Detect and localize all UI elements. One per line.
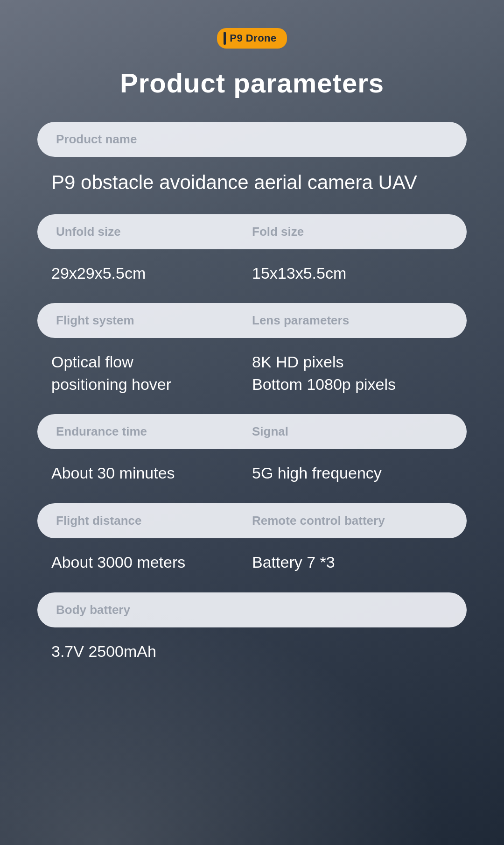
param-header-size: Unfold sizeFold size (37, 214, 467, 249)
param-value-text-body-battery: 3.7V 2500mAh (51, 642, 156, 660)
param-group-flight-remote: Flight distanceRemote control batteryAbo… (37, 503, 467, 588)
param-header-right-flight-remote: Remote control battery (252, 514, 448, 528)
param-value-left-text-flight-remote: About 3000 meters (51, 553, 185, 571)
params-container: Product nameP9 obstacle avoidance aerial… (37, 122, 467, 681)
param-value-left-size: 29x29x5.5cm (51, 262, 252, 285)
param-value-body-battery: 3.7V 2500mAh (37, 636, 467, 677)
param-value-right-text-endurance-signal: 5G high frequency (252, 464, 382, 482)
param-header-right-label-flight-lens: Lens parameters (252, 313, 349, 327)
param-header-right-label-endurance-signal: Signal (252, 424, 288, 438)
param-values-endurance-signal: About 30 minutes5G high frequency (37, 458, 467, 499)
param-value-right-flight-remote: Battery 7 *3 (252, 551, 453, 574)
param-header-flight-lens: Flight systemLens parameters (37, 303, 467, 338)
param-value-left-endurance-signal: About 30 minutes (51, 462, 252, 485)
param-header-left-label-size: Unfold size (56, 225, 121, 239)
param-values-flight-lens: Optical flow positioning hover8K HD pixe… (37, 346, 467, 409)
param-group-flight-lens: Flight systemLens parametersOptical flow… (37, 303, 467, 409)
param-values-flight-remote: About 3000 metersBattery 7 *3 (37, 547, 467, 588)
param-value-left-flight-remote: About 3000 meters (51, 551, 252, 574)
param-header-right-label-flight-remote: Remote control battery (252, 514, 385, 528)
param-value-right-size: 15x13x5.5cm (252, 262, 453, 285)
badge-text: P9 Drone (230, 32, 277, 44)
param-group-size: Unfold sizeFold size29x29x5.5cm15x13x5.5… (37, 214, 467, 299)
param-value-right-flight-lens: 8K HD pixels Bottom 1080p pixels (252, 351, 453, 395)
param-value-right-text-flight-lens: 8K HD pixels Bottom 1080p pixels (252, 353, 396, 393)
param-header-left-flight-remote: Flight distance (56, 514, 252, 528)
product-badge: P9 Drone (217, 28, 287, 49)
param-value-left-text-flight-lens: Optical flow positioning hover (51, 353, 171, 393)
param-header-endurance-signal: Endurance timeSignal (37, 414, 467, 449)
param-header-left-flight-lens: Flight system (56, 313, 252, 328)
param-group-body-battery: Body battery3.7V 2500mAh (37, 592, 467, 677)
param-header-right-label-size: Fold size (252, 225, 304, 239)
param-value-right-text-flight-remote: Battery 7 *3 (252, 553, 335, 571)
param-value-left-flight-lens: Optical flow positioning hover (51, 351, 252, 395)
param-header-left-endurance-signal: Endurance time (56, 424, 252, 439)
badge-bar-icon (224, 32, 226, 45)
param-header-right-endurance-signal: Signal (252, 424, 448, 439)
param-group-endurance-signal: Endurance timeSignalAbout 30 minutes5G h… (37, 414, 467, 499)
param-group-product-name: Product nameP9 obstacle avoidance aerial… (37, 122, 467, 210)
page-title: Product parameters (120, 67, 384, 99)
param-value-right-text-size: 15x13x5.5cm (252, 264, 346, 282)
param-header-product-name: Product name (37, 122, 467, 157)
param-value-product-name: P9 obstacle avoidance aerial camera UAV (37, 165, 467, 210)
param-value-text-product-name: P9 obstacle avoidance aerial camera UAV (51, 171, 417, 193)
param-header-label-body-battery: Body battery (56, 603, 130, 617)
param-value-left-text-endurance-signal: About 30 minutes (51, 464, 175, 482)
param-value-left-text-size: 29x29x5.5cm (51, 264, 146, 282)
param-header-label-product-name: Product name (56, 132, 137, 146)
param-header-right-flight-lens: Lens parameters (252, 313, 448, 328)
param-header-body-battery: Body battery (37, 592, 467, 627)
param-header-left-label-endurance-signal: Endurance time (56, 424, 147, 438)
param-header-flight-remote: Flight distanceRemote control battery (37, 503, 467, 538)
param-header-left-label-flight-remote: Flight distance (56, 514, 141, 528)
param-values-size: 29x29x5.5cm15x13x5.5cm (37, 258, 467, 299)
param-header-left-size: Unfold size (56, 225, 252, 239)
param-value-right-endurance-signal: 5G high frequency (252, 462, 453, 485)
param-header-right-size: Fold size (252, 225, 448, 239)
param-header-left-label-flight-lens: Flight system (56, 313, 134, 327)
